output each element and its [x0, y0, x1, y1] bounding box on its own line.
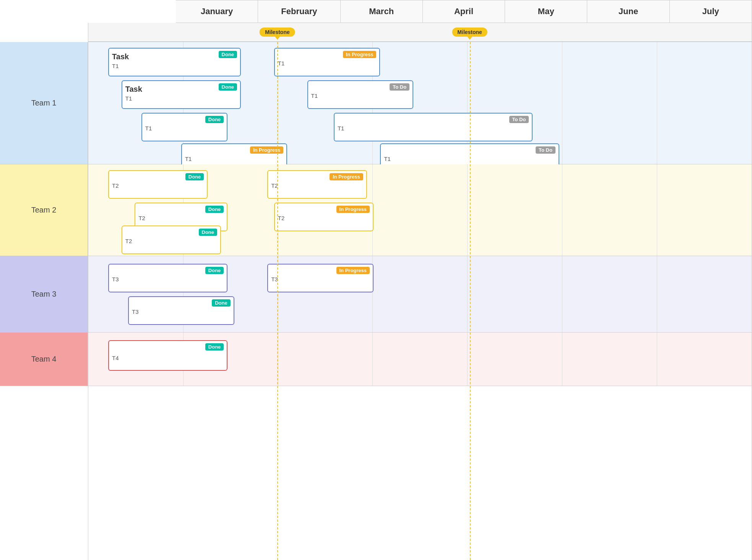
task-t4-1[interactable]: Done T4: [108, 340, 227, 371]
task-t1-5[interactable]: Done T1: [141, 113, 228, 141]
milestone-1: Milestone: [260, 28, 295, 37]
status-badge-todo2: To Do: [509, 116, 529, 123]
team-label-2: Team 2: [0, 164, 88, 256]
status-badge-t3-done1: Done: [205, 267, 224, 274]
task-t3-1[interactable]: Done T3: [108, 264, 227, 292]
task-t3-3[interactable]: Done T3: [128, 296, 234, 325]
status-badge-done2: Done: [219, 83, 237, 91]
month-march: March: [341, 0, 423, 23]
month-february: February: [258, 0, 340, 23]
task-t2-4[interactable]: In Progress T2: [274, 203, 374, 231]
team-labels: Team 1 Team 2 Team 3 Team 4: [0, 42, 88, 560]
task-t2-5[interactable]: Done T2: [122, 226, 221, 254]
status-badge-inprogress: In Progress: [343, 51, 377, 58]
task-t1-4[interactable]: To Do T1: [307, 80, 414, 109]
status-badge-todo1: To Do: [390, 83, 409, 91]
status-badge-t2-inprog1: In Progress: [330, 173, 363, 180]
team-label-3: Team 3: [0, 256, 88, 333]
milestone-2: Milestone: [452, 28, 487, 37]
task-t2-1[interactable]: Done T2: [108, 170, 208, 199]
task-t1-6[interactable]: To Do T1: [334, 113, 533, 141]
status-badge-t2-done3: Done: [199, 229, 218, 236]
task-t3-2[interactable]: In Progress T3: [267, 264, 374, 292]
team-2-row: Done T2 In Progress T2 Done T2 In Progre…: [88, 164, 752, 256]
task-t2-2[interactable]: In Progress T2: [267, 170, 367, 199]
team-4-row: Done T4: [88, 333, 752, 386]
status-badge-t2-done2: Done: [205, 206, 224, 213]
status-badge-t3-done2: Done: [212, 299, 231, 307]
status-badge-done3: Done: [205, 116, 224, 123]
month-january: January: [176, 0, 258, 23]
team-label-1: Team 1: [0, 42, 88, 164]
status-badge-t2-inprog2: In Progress: [336, 206, 370, 213]
team-1-row: Done Task T1 In Progress T1 Done Task T1: [88, 42, 752, 164]
status-badge-inprogress2: In Progress: [250, 146, 284, 154]
task-t1-2[interactable]: In Progress T1: [274, 48, 380, 76]
gantt-chart: January February March April May June Ju…: [0, 0, 752, 560]
status-badge-t3-inprog: In Progress: [336, 267, 370, 274]
task-t1-3[interactable]: Done Task T1: [122, 80, 241, 109]
month-june: June: [587, 0, 669, 23]
team-3-row: Done T3 In Progress T3 Done T3: [88, 256, 752, 333]
status-badge-t2-done1: Done: [185, 173, 204, 180]
month-april: April: [423, 0, 505, 23]
task-t1-1[interactable]: Done Task T1: [108, 48, 241, 76]
month-july: July: [670, 0, 752, 23]
month-may: May: [505, 0, 587, 23]
status-badge-t4-done1: Done: [205, 343, 224, 351]
status-badge-done: Done: [219, 51, 237, 58]
status-badge-todo3: To Do: [536, 146, 555, 154]
team-label-4: Team 4: [0, 333, 88, 386]
